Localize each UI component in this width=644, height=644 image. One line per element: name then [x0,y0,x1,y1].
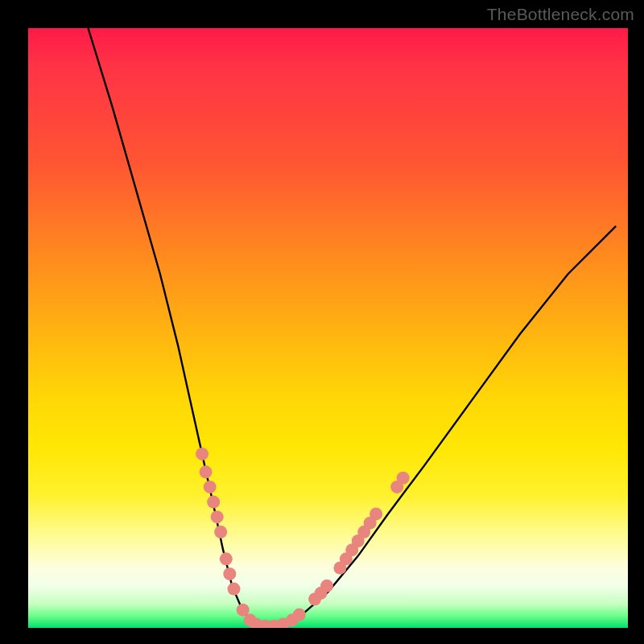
data-marker [293,609,306,621]
watermark-text: TheBottleneck.com [487,5,634,24]
bottleneck-curve-path [89,28,617,626]
data-marker [397,472,410,485]
chart-frame: TheBottleneck.com [0,0,644,644]
data-marker [223,568,236,580]
data-marker [196,448,208,460]
data-marker [207,496,220,509]
data-marker [220,552,233,565]
chart-svg [28,28,628,628]
data-marker [320,580,333,592]
data-marker [211,510,224,523]
data-marker [200,465,213,478]
data-marker [228,583,241,596]
data-marker [369,507,382,520]
plot-area [28,28,628,628]
marker-layer [196,448,410,628]
curve-layer [89,28,617,626]
data-marker [204,481,217,493]
data-marker [214,526,227,539]
